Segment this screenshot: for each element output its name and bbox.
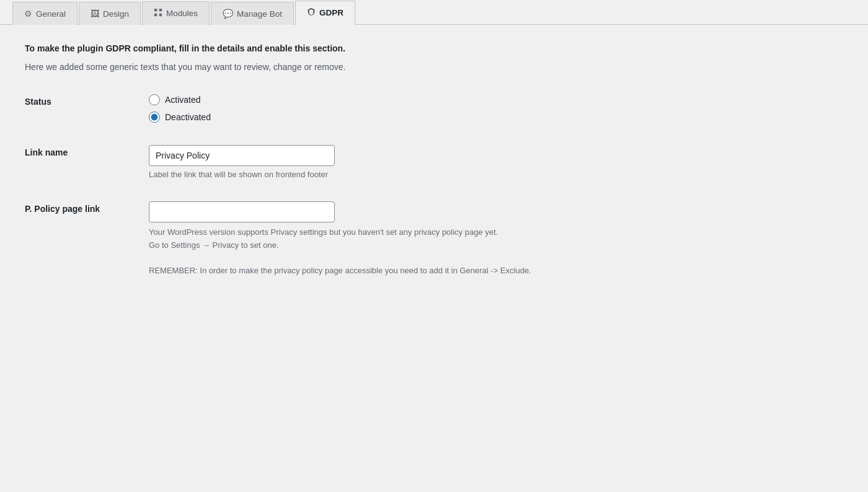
link-name-hint: Label the link that will be shown on fro… [149, 170, 645, 179]
radio-deactivated-label: Deactivated [165, 112, 211, 122]
tab-design-label: Design [103, 9, 129, 19]
tab-general[interactable]: ⚙ General [12, 2, 78, 25]
radio-activated-input[interactable] [149, 94, 160, 105]
policy-page-link-row: P. Policy page link Your WordPress versi… [25, 201, 843, 278]
policy-hint-line1: Your WordPress version supports Privacy … [149, 227, 498, 237]
radio-activated-label: Activated [165, 95, 201, 105]
policy-page-link-input[interactable] [149, 201, 335, 222]
policy-page-link-field: Your WordPress version supports Privacy … [149, 201, 645, 278]
tab-manage-bot-label: Manage Bot [237, 9, 282, 19]
page-wrapper: ⚙ General 🖼 Design Modules 💬 Manage Bot [0, 0, 868, 492]
link-name-input[interactable] [149, 145, 335, 166]
link-name-row: Link name Label the link that will be sh… [25, 145, 843, 179]
content-area: To make the plugin GDPR compliant, fill … [0, 25, 868, 325]
gdpr-icon [307, 7, 316, 18]
modules-icon [154, 8, 162, 19]
policy-page-link-hint: Your WordPress version supports Privacy … [149, 226, 645, 278]
svg-rect-0 [154, 9, 157, 11]
tabs-bar: ⚙ General 🖼 Design Modules 💬 Manage Bot [0, 0, 868, 25]
intro-bold-text: To make the plugin GDPR compliant, fill … [25, 43, 843, 53]
intro-text: Here we added some generic texts that yo… [25, 62, 843, 72]
radio-activated[interactable]: Activated [149, 94, 645, 105]
general-icon: ⚙ [24, 9, 32, 19]
policy-page-link-label: P. Policy page link [25, 201, 149, 214]
radio-deactivated[interactable]: Deactivated [149, 112, 645, 123]
tab-gdpr-label: GDPR [319, 8, 343, 17]
design-icon: 🖼 [91, 9, 99, 19]
link-name-field: Label the link that will be shown on fro… [149, 145, 645, 179]
radio-deactivated-input[interactable] [149, 112, 160, 123]
policy-hint-line3: REMEMBER: In order to make the privacy p… [149, 266, 531, 275]
status-radio-group: Activated Deactivated [149, 94, 645, 123]
svg-rect-3 [159, 14, 162, 16]
status-row: Status Activated Deactivated [25, 94, 843, 123]
manage-bot-icon: 💬 [223, 9, 233, 19]
tab-design[interactable]: 🖼 Design [79, 2, 141, 25]
svg-rect-2 [154, 14, 157, 16]
link-name-label: Link name [25, 145, 149, 157]
tab-general-label: General [36, 9, 66, 19]
status-label: Status [25, 94, 149, 107]
tab-manage-bot[interactable]: 💬 Manage Bot [211, 2, 294, 25]
status-field: Activated Deactivated [149, 94, 645, 123]
tab-gdpr[interactable]: GDPR [295, 1, 355, 25]
policy-hint-line2: Go to Settings → Privacy to set one. [149, 240, 279, 250]
svg-rect-1 [159, 9, 162, 11]
tab-modules[interactable]: Modules [142, 1, 210, 25]
tab-modules-label: Modules [166, 9, 198, 18]
